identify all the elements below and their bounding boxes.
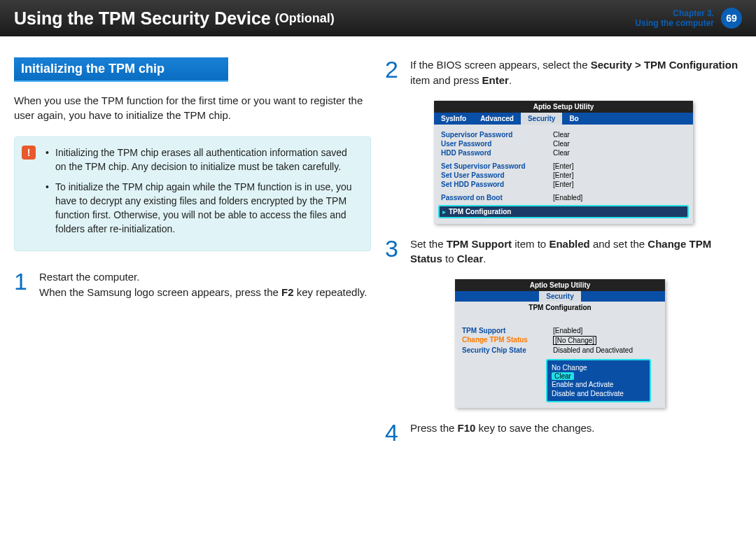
bios2-dropdown: No Change Clear Enable and Activate Disa… — [546, 359, 651, 402]
right-column: 2 If the BIOS screen appears, select the… — [385, 57, 742, 457]
triangle-right-icon: ▸ — [442, 208, 446, 216]
step-2: 2 If the BIOS screen appears, select the… — [385, 57, 742, 88]
bios2-tabrow: Security — [455, 291, 665, 302]
page-title-optional: (Optional) — [275, 11, 335, 26]
bios-screenshot-2: Aptio Setup Utility Security TPM Configu… — [455, 279, 665, 408]
step-4-text: Press the F10 key to save the changes. — [410, 421, 742, 444]
bios1-tabs: SysInfo Advanced Security Bo — [434, 113, 693, 125]
chapter-info: Chapter 3. Using the computer 69 — [635, 8, 742, 29]
bios1-tab-advanced: Advanced — [473, 113, 521, 125]
chapter-number: Chapter 3. — [635, 8, 714, 18]
left-column: Initializing the TPM chip When you use t… — [14, 57, 371, 457]
step-number: 2 — [385, 57, 403, 88]
step-number: 1 — [14, 269, 32, 300]
dropdown-opt-enable: Enable and Activate — [552, 380, 645, 389]
page-title: Using the TPM Security Device — [14, 8, 271, 29]
page-header: Using the TPM Security Device (Optional)… — [0, 0, 756, 36]
step-1-line-2: When the Samsung logo screen appears, pr… — [39, 285, 371, 300]
bios2-title: Aptio Setup Utility — [455, 279, 665, 291]
warning-bullet-2: To initialize the TPM chip again while t… — [46, 180, 360, 237]
bios2-subtitle: TPM Configuration — [455, 302, 665, 313]
warning-bullet-1: Initializing the TPM chip erases all aut… — [46, 146, 360, 174]
intro-paragraph: When you use the TPM function for the fi… — [14, 93, 371, 122]
bios1-tab-sysinfo: SysInfo — [434, 113, 473, 125]
bios1-panel: Supervisor PasswordClear User PasswordCl… — [434, 125, 693, 224]
bios1-selected-row: ▸TPM Configuration — [438, 205, 689, 218]
step-number: 3 — [385, 237, 403, 267]
bios1-tab-boot: Bo — [562, 113, 585, 125]
step-2-text: If the BIOS screen appears, select the S… — [410, 57, 742, 88]
dropdown-opt-nochange: No Change — [552, 363, 645, 372]
bios2-panel: TPM Support[Enabled] Change TPM Status[N… — [455, 313, 665, 408]
warning-icon: ! — [22, 146, 36, 160]
bios-screenshot-1: Aptio Setup Utility SysInfo Advanced Sec… — [434, 101, 693, 224]
step-3: 3 Set the TPM Support item to Enabled an… — [385, 237, 742, 267]
warning-box: ! Initializing the TPM chip erases all a… — [14, 136, 371, 251]
bios1-title: Aptio Setup Utility — [434, 101, 693, 113]
bios2-tab-security: Security — [539, 291, 580, 302]
step-4: 4 Press the F10 key to save the changes. — [385, 421, 742, 444]
step-1-line-1: Restart the computer. — [39, 269, 371, 285]
bios1-tab-security: Security — [521, 113, 562, 125]
step-number: 4 — [385, 421, 403, 444]
step-3-text: Set the TPM Support item to Enabled and … — [410, 237, 742, 267]
dropdown-opt-clear: Clear — [552, 372, 574, 380]
section-heading: Initializing the TPM chip — [14, 57, 228, 82]
dropdown-opt-disable: Disable and Deactivate — [552, 389, 645, 398]
chapter-title: Using the computer — [635, 18, 714, 28]
page-number-badge: 69 — [721, 8, 742, 29]
step-1: 1 Restart the computer. When the Samsung… — [14, 269, 371, 300]
